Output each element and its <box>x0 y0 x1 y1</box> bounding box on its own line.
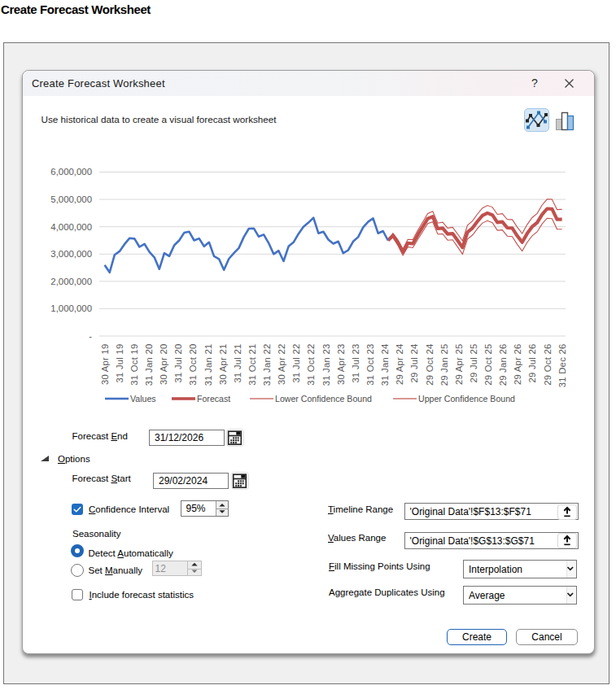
svg-text:31 Jul 21: 31 Jul 21 <box>233 344 242 383</box>
svg-text:31 Jul 23: 31 Jul 23 <box>351 344 360 383</box>
svg-text:31 Oct 19: 31 Oct 19 <box>129 344 139 386</box>
svg-text:3,000,000: 3,000,000 <box>50 249 92 259</box>
svg-text:29 Jan 25: 29 Jan 25 <box>439 344 449 386</box>
svg-text:29 Oct 24: 29 Oct 24 <box>425 344 435 386</box>
svg-text:29 Jul 25: 29 Jul 25 <box>469 344 478 383</box>
svg-text:29 Jul 24: 29 Jul 24 <box>409 344 419 383</box>
svg-text:30 Apr 20: 30 Apr 20 <box>159 344 168 386</box>
svg-text:30 Apr 23: 30 Apr 23 <box>336 344 346 386</box>
svg-text:29 Apr 25: 29 Apr 25 <box>454 344 464 386</box>
svg-text:31 Jul 19: 31 Jul 19 <box>115 344 125 383</box>
svg-text:-: - <box>89 331 92 341</box>
svg-text:29 Apr 24: 29 Apr 24 <box>395 344 404 386</box>
svg-text:31 Jan 23: 31 Jan 23 <box>321 344 331 386</box>
svg-text:2,000,000: 2,000,000 <box>50 277 92 286</box>
svg-text:29 Oct 25: 29 Oct 25 <box>483 344 493 386</box>
svg-text:1,000,000: 1,000,000 <box>50 303 92 313</box>
svg-text:5,000,000: 5,000,000 <box>50 194 92 204</box>
svg-text:30 Apr 22: 30 Apr 22 <box>277 344 286 386</box>
svg-text:Lower Confidence Bound: Lower Confidence Bound <box>275 394 372 404</box>
svg-text:Values: Values <box>130 394 156 404</box>
svg-text:29 Apr 26: 29 Apr 26 <box>513 344 522 386</box>
svg-text:31 Jan 22: 31 Jan 22 <box>262 344 272 386</box>
svg-text:29 Jul 26: 29 Jul 26 <box>527 344 537 383</box>
svg-text:31 Oct 23: 31 Oct 23 <box>365 344 375 386</box>
svg-text:31 Oct 22: 31 Oct 22 <box>306 344 316 386</box>
svg-text:30 Apr 21: 30 Apr 21 <box>218 344 228 386</box>
svg-text:31 Jan 24: 31 Jan 24 <box>380 343 390 386</box>
svg-text:31 Jan 20: 31 Jan 20 <box>144 344 154 386</box>
svg-text:Forecast: Forecast <box>197 394 230 404</box>
svg-text:6,000,000: 6,000,000 <box>50 167 92 177</box>
svg-text:Upper Confidence Bound: Upper Confidence Bound <box>418 394 515 404</box>
svg-text:29 Jan 26: 29 Jan 26 <box>498 344 508 386</box>
svg-text:31 Oct 21: 31 Oct 21 <box>247 344 257 386</box>
svg-text:31 Jan 21: 31 Jan 21 <box>203 344 213 386</box>
svg-text:31 Jul 22: 31 Jul 22 <box>291 344 301 383</box>
svg-text:29 Oct 26: 29 Oct 26 <box>543 344 553 386</box>
svg-text:4,000,000: 4,000,000 <box>50 222 92 232</box>
svg-text:31 Oct 20: 31 Oct 20 <box>188 344 198 386</box>
svg-text:30 Apr 19: 30 Apr 19 <box>100 344 110 386</box>
svg-text:31 Dec 26: 31 Dec 26 <box>557 344 567 388</box>
svg-text:31 Jul 20: 31 Jul 20 <box>173 344 183 383</box>
